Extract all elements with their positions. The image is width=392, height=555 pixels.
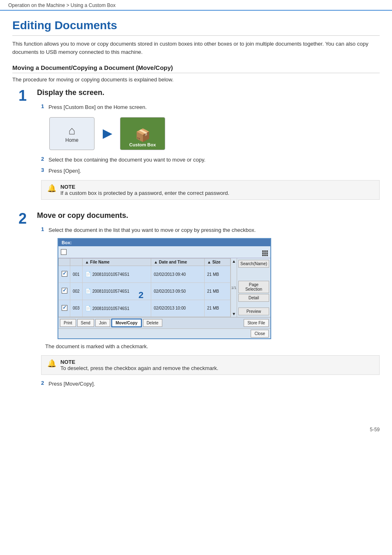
step1-sub1: 1 Press [Custom Box] on the Home screen. bbox=[41, 103, 380, 111]
step1-sub1-text: Press [Custom Box] on the Home screen. bbox=[48, 103, 147, 111]
box-ui-bottom-bar: Print Send Join Move/Copy Delete Store F… bbox=[58, 317, 270, 328]
row-checkbox[interactable] bbox=[62, 288, 67, 294]
preview-btn[interactable]: Preview bbox=[238, 308, 269, 315]
spacer1 bbox=[238, 268, 269, 280]
note2-icon: 🔔 bbox=[47, 359, 57, 368]
row-filename: 📄20081010105746S1 bbox=[82, 266, 151, 283]
box-ui-container: Box: bbox=[45, 238, 380, 339]
table-scroll-area: ▲ File Name ▲ Date and Time ▲ Size 001📄2… bbox=[58, 258, 270, 317]
step2-number: 2 bbox=[12, 211, 33, 226]
row-num: 003 bbox=[70, 300, 83, 317]
table-row[interactable]: 003📄20081010105746S102/02/2013 10:0021 M… bbox=[59, 300, 231, 317]
step2-block: 2 Move or copy documents. 1 Select the d… bbox=[12, 211, 380, 391]
home-label: Home bbox=[65, 137, 78, 143]
step2-caption: The document is marked with a checkmark. bbox=[45, 343, 380, 349]
checkbox-cell[interactable] bbox=[59, 300, 70, 317]
store-file-btn[interactable]: Store File bbox=[244, 319, 269, 327]
col-filename: ▲ File Name bbox=[82, 259, 151, 266]
step2-sub2-text: Press [Move/Copy]. bbox=[48, 380, 95, 388]
close-bar: Close bbox=[58, 328, 270, 338]
step1-content: Display the screen. 1 Press [Custom Box]… bbox=[37, 88, 380, 205]
home-screen-diagram: ⌂ Home ▶ 📦 Custom Box bbox=[49, 117, 380, 150]
section-intro: The procedure for moving or copying docu… bbox=[12, 76, 380, 83]
table-row[interactable]: 001📄20081010105746S102/02/2013 09:4021 M… bbox=[59, 266, 231, 283]
scroll-bar[interactable]: ▲ 1/1 ▼ bbox=[231, 258, 237, 317]
step1-sub2: 2 Select the box containing the document… bbox=[41, 156, 380, 164]
step1-sub3-text: Press [Open]. bbox=[48, 167, 81, 175]
spacer2 bbox=[238, 303, 269, 307]
home-screen-box: ⌂ Home bbox=[49, 117, 95, 150]
page-indicator: 1/1 bbox=[231, 286, 237, 290]
step1-note-box: 🔔 NOTE If a custom box is protected by a… bbox=[41, 180, 380, 200]
step1-block: 1 Display the screen. 1 Press [Custom Bo… bbox=[12, 88, 380, 205]
row-num: 001 bbox=[70, 266, 83, 283]
col-date: ▲ Date and Time bbox=[151, 259, 205, 266]
detail-btn[interactable]: Detail bbox=[238, 294, 269, 302]
note2-label: NOTE bbox=[60, 359, 75, 365]
step1-sub2-text: Select the box containing the document y… bbox=[48, 156, 205, 164]
row-date: 02/02/2013 09:50 bbox=[151, 283, 205, 300]
send-btn[interactable]: Send bbox=[77, 319, 94, 327]
step2-sub2: 2 Press [Move/Copy]. bbox=[41, 380, 380, 388]
move-copy-btn[interactable]: Move/Copy bbox=[111, 319, 141, 327]
step2-sub2-num: 2 bbox=[41, 380, 48, 386]
step1-heading: Display the screen. bbox=[37, 88, 380, 97]
scroll-up-btn[interactable]: ▲ bbox=[232, 259, 236, 264]
row-size: 21 MB bbox=[204, 300, 230, 317]
join-btn[interactable]: Join bbox=[95, 319, 110, 327]
note-label: NOTE bbox=[60, 184, 75, 190]
row-date: 02/02/2013 10:00 bbox=[151, 300, 205, 317]
step2-sub1-num: 1 bbox=[41, 226, 48, 232]
grid-view-icon[interactable] bbox=[262, 248, 268, 256]
col-num bbox=[70, 259, 83, 266]
checkbox-cell[interactable] bbox=[59, 283, 70, 300]
box-ui-header: Box: bbox=[58, 239, 270, 246]
note-icon: 🔔 bbox=[47, 184, 57, 193]
custom-box-label: Custom Box bbox=[129, 142, 156, 147]
row-size: 21 MB bbox=[204, 283, 230, 300]
step2-sub1-text: Select the document in the list that you… bbox=[48, 226, 256, 234]
custom-box-screen: 📦 Custom Box bbox=[120, 117, 165, 150]
delete-btn[interactable]: Delete bbox=[143, 319, 162, 327]
step1-sub1-num: 1 bbox=[41, 103, 48, 109]
row-date: 02/02/2013 09:40 bbox=[151, 266, 205, 283]
home-icon: ⌂ bbox=[69, 124, 76, 137]
custom-box-icon: 📦 bbox=[135, 128, 150, 142]
arrow-right-icon: ▶ bbox=[103, 127, 112, 140]
step1-number: 1 bbox=[12, 88, 33, 103]
select-all-checkbox[interactable] bbox=[61, 249, 67, 255]
box-ui-toolbar bbox=[58, 246, 270, 258]
section-title: Moving a Document/Copying a Document (Mo… bbox=[12, 64, 380, 73]
row-filename: 📄20081010105746S1 bbox=[82, 300, 151, 317]
step1-sub3-num: 3 bbox=[41, 167, 48, 173]
print-btn[interactable]: Print bbox=[60, 319, 76, 327]
row-num: 002 bbox=[70, 283, 83, 300]
step1-sub3: 3 Press [Open]. bbox=[41, 167, 380, 175]
step2-note-box: 🔔 NOTE To deselect, press the checkbox a… bbox=[41, 355, 380, 375]
col-check bbox=[59, 259, 70, 266]
file-list-table: ▲ File Name ▲ Date and Time ▲ Size 001📄2… bbox=[58, 258, 231, 317]
step2-sub1: 1 Select the document in the list that y… bbox=[41, 226, 380, 234]
row-checkbox[interactable] bbox=[62, 305, 67, 311]
scroll-down-btn[interactable]: ▼ bbox=[232, 312, 236, 316]
col-size: ▲ Size bbox=[204, 259, 230, 266]
step1-note-content: NOTE If a custom box is protected by a p… bbox=[60, 184, 229, 196]
row-checkbox[interactable] bbox=[62, 271, 67, 277]
step1-note-text: If a custom box is protected by a passwo… bbox=[60, 190, 229, 196]
search-name-btn[interactable]: Search(Name) bbox=[238, 260, 269, 268]
step2-content: Move or copy documents. 1 Select the doc… bbox=[37, 211, 380, 391]
step2-note-text: To deselect, press the checkbox again an… bbox=[60, 365, 218, 371]
step1-sub2-num: 2 bbox=[41, 156, 48, 162]
right-panel: Search(Name) Page Selection Detail Previ… bbox=[237, 258, 270, 317]
step2-heading: Move or copy documents. bbox=[37, 211, 380, 220]
checkbox-cell[interactable] bbox=[59, 266, 70, 283]
close-btn[interactable]: Close bbox=[251, 330, 269, 338]
page-selection-btn[interactable]: Page Selection bbox=[238, 281, 269, 293]
breadcrumb: Operation on the Machine > Using a Custo… bbox=[0, 0, 392, 11]
step2-note-content: NOTE To deselect, press the checkbox aga… bbox=[60, 359, 218, 371]
intro-text: This function allows you to move or copy… bbox=[12, 40, 380, 56]
table-row[interactable]: 002📄20081010105746S102/02/2013 09:5021 M… bbox=[59, 283, 231, 300]
box-ui: Box: bbox=[58, 238, 271, 339]
page-title: Editing Documents bbox=[12, 19, 380, 36]
page-footer: 5-59 bbox=[0, 423, 392, 437]
